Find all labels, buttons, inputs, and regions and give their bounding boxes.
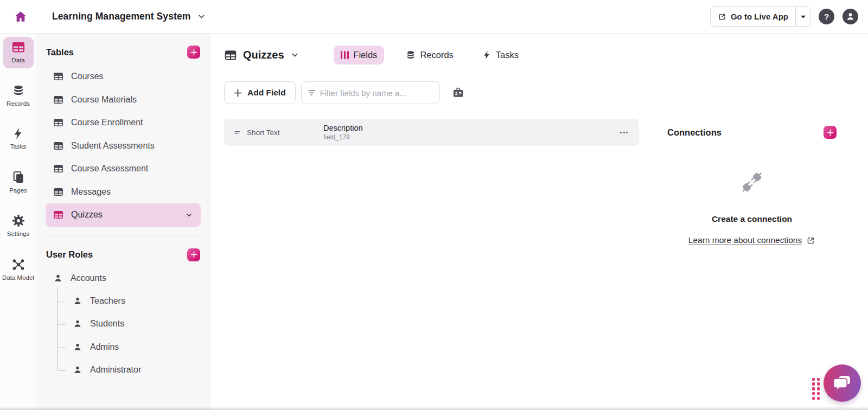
add-user-role-button[interactable] xyxy=(187,248,200,261)
person-icon xyxy=(53,273,63,283)
add-field-button[interactable]: Add Field xyxy=(224,81,296,104)
lightning-icon xyxy=(12,127,24,140)
learn-more-link-row[interactable]: Learn more about connections xyxy=(688,235,815,245)
user-roles-header: User Roles xyxy=(46,249,93,260)
show-field-keys-icon[interactable] xyxy=(452,87,464,98)
rail-item-settings[interactable]: Settings xyxy=(3,210,34,242)
add-connection-button[interactable] xyxy=(824,126,837,139)
rail-item-pages[interactable]: Pages xyxy=(3,167,34,198)
gear-icon xyxy=(12,214,25,227)
database-icon xyxy=(406,50,416,60)
table-item-label: Course Enrollment xyxy=(71,118,143,127)
app-window: Learning Management System Go to Live Ap… xyxy=(0,0,868,410)
chat-bubbles-icon xyxy=(831,371,854,395)
person-icon xyxy=(73,365,82,375)
field-list: Short Text Description field_179 xyxy=(224,119,639,146)
sidebar-divider xyxy=(46,236,201,236)
rail-item-data-model[interactable]: Data Model xyxy=(2,254,35,286)
role-item-label: Teachers xyxy=(90,296,125,306)
rail-label: Tasks xyxy=(10,143,26,151)
table-item-course-materials[interactable]: Course Materials xyxy=(46,88,201,112)
table-item-label: Course Materials xyxy=(71,95,137,105)
data-model-icon xyxy=(12,258,25,271)
app-title: Learning Management System xyxy=(52,11,190,22)
role-item-label: Students xyxy=(90,319,124,329)
learn-more-link[interactable]: Learn more about connections xyxy=(688,235,802,245)
top-bar: Learning Management System Go to Live Ap… xyxy=(0,0,868,34)
table-icon xyxy=(53,72,63,81)
person-icon xyxy=(73,319,82,329)
table-item-label: Quizzes xyxy=(71,210,103,220)
role-item-label: Admins xyxy=(90,342,119,352)
go-to-live-app-dropdown-button[interactable] xyxy=(795,7,810,26)
table-icon xyxy=(11,41,25,54)
table-item-quizzes-selected[interactable]: Quizzes xyxy=(46,203,201,227)
plus-icon xyxy=(190,49,197,56)
table-item-label: Courses xyxy=(71,72,104,81)
main-header: Quizzes Fields Records xyxy=(224,46,868,65)
plus-icon xyxy=(234,89,242,97)
chevron-down-icon xyxy=(290,50,299,60)
filter-fields-input[interactable] xyxy=(320,88,433,98)
topbar-actions: Go to Live App ? xyxy=(710,7,858,27)
table-item-label: Course Assessment xyxy=(71,164,148,174)
sidebar: Tables Courses Course Materials Course E… xyxy=(36,34,210,410)
external-link-icon xyxy=(718,12,726,21)
role-item-administrator[interactable]: Administrator xyxy=(46,358,201,382)
chevron-down-icon[interactable] xyxy=(185,211,193,219)
tab-label: Tasks xyxy=(496,50,519,60)
table-title-menu[interactable]: Quizzes xyxy=(224,49,299,61)
rail-item-data[interactable]: Data xyxy=(3,37,34,68)
role-item-students[interactable]: Students xyxy=(46,312,201,336)
rail-label: Data Model xyxy=(2,274,34,283)
table-item-courses[interactable]: Courses xyxy=(46,65,201,88)
tab-tasks[interactable]: Tasks xyxy=(475,46,526,65)
create-connection-title: Create a connection xyxy=(712,214,792,224)
role-item-accounts[interactable]: Accounts xyxy=(46,267,201,290)
chat-button[interactable] xyxy=(824,364,861,402)
table-tabs: Fields Records Tasks xyxy=(334,46,526,65)
add-table-button[interactable] xyxy=(187,46,200,59)
ellipsis-icon xyxy=(620,132,622,133)
account-button[interactable] xyxy=(843,9,858,24)
disconnected-plug-icon xyxy=(738,169,765,198)
field-menu-button[interactable] xyxy=(618,129,630,137)
columns-icon xyxy=(341,51,349,59)
rail-item-records[interactable]: Records xyxy=(3,81,34,112)
add-field-label: Add Field xyxy=(247,88,286,98)
rail-label: Data xyxy=(11,56,24,65)
field-name: Description xyxy=(323,124,363,132)
table-item-messages[interactable]: Messages xyxy=(46,181,201,204)
home-icon xyxy=(14,10,28,24)
go-to-live-app-button[interactable]: Go to Live App xyxy=(711,7,795,26)
tab-fields[interactable]: Fields xyxy=(334,46,385,65)
role-item-admins[interactable]: Admins xyxy=(46,336,201,359)
table-item-student-assessments[interactable]: Student Assessments xyxy=(46,134,201,158)
filter-icon xyxy=(308,90,315,96)
person-icon xyxy=(73,342,82,352)
app-body: Data Records Tasks Pages xyxy=(0,34,868,410)
plus-icon xyxy=(190,251,197,258)
database-icon xyxy=(12,85,25,97)
tab-label: Fields xyxy=(353,50,377,60)
fields-and-connections: Short Text Description field_179 Connec xyxy=(224,119,868,245)
home-button[interactable] xyxy=(11,7,30,27)
plus-icon xyxy=(827,129,834,136)
fields-toolbar: Add Field xyxy=(224,81,868,104)
tab-records[interactable]: Records xyxy=(399,46,460,65)
app-switcher[interactable]: Learning Management System xyxy=(52,11,206,22)
widget-drag-handle[interactable] xyxy=(812,378,820,400)
connections-empty-state: Create a connection Learn more about con… xyxy=(667,169,837,245)
role-item-teachers[interactable]: Teachers xyxy=(46,290,201,313)
question-mark-icon: ? xyxy=(824,12,829,21)
field-row-description[interactable]: Short Text Description field_179 xyxy=(224,119,639,146)
table-item-course-assessment[interactable]: Course Assessment xyxy=(46,157,201,181)
user-roles-header-row: User Roles xyxy=(46,247,201,262)
go-to-live-app-label: Go to Live App xyxy=(731,12,788,21)
connections-header-row: Connections xyxy=(667,119,837,146)
table-icon xyxy=(53,187,63,197)
help-button[interactable]: ? xyxy=(819,9,834,24)
rail-item-tasks[interactable]: Tasks xyxy=(3,124,34,155)
table-icon xyxy=(53,210,63,220)
table-item-course-enrollment[interactable]: Course Enrollment xyxy=(46,111,201,134)
